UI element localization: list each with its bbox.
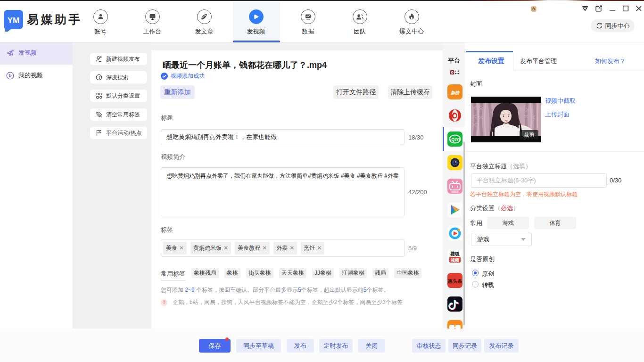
svg-text:YM: YM [8, 16, 20, 25]
svg-text:视频: 视频 [450, 258, 460, 263]
svg-text:快手: 快手 [476, 105, 481, 108]
svg-text:惠头条: 惠头条 [447, 279, 462, 284]
svg-text:bilibili: bilibili [452, 190, 459, 193]
svg-text:搜狐: 搜狐 [450, 251, 460, 256]
svg-text:新榜: 新榜 [450, 90, 460, 95]
svg-text:iQIYI: iQIYI [450, 137, 460, 142]
svg-text:裁剪: 裁剪 [524, 132, 535, 138]
